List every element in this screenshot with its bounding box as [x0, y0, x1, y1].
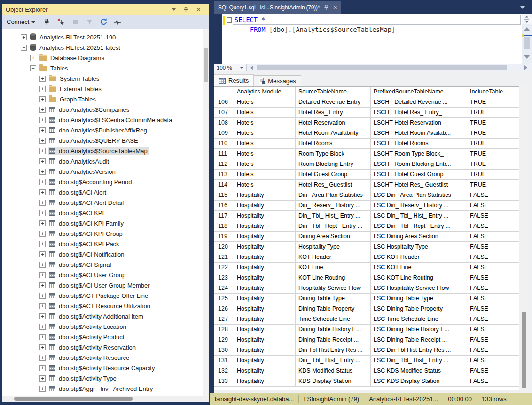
tree-item[interactable]: +dbo.stg$Activity Resource: [2, 352, 209, 363]
data-cell[interactable]: Hospitality: [234, 232, 296, 242]
tree-item[interactable]: +dbo.stg$Activity Location: [2, 321, 209, 332]
data-cell[interactable]: Hotels: [234, 128, 296, 139]
scroll-up-icon[interactable]: [524, 27, 530, 31]
row-number-cell[interactable]: 106: [214, 97, 234, 108]
data-cell[interactable]: KOT Line: [296, 263, 371, 273]
connect-button[interactable]: Connect: [5, 17, 37, 26]
data-cell[interactable]: LSC Din Tbl Hist Entry Res ...: [371, 345, 467, 356]
tree-item[interactable]: +External Tables: [2, 84, 209, 94]
data-cell[interactable]: Hospitality: [234, 252, 296, 263]
expand-icon[interactable]: +: [39, 272, 46, 278]
data-cell[interactable]: FALSE: [467, 263, 519, 273]
code-line-1[interactable]: SELECT *: [235, 15, 265, 25]
data-cell[interactable]: Hospitality Service Flow: [296, 283, 371, 294]
data-cell[interactable]: Hospitality: [234, 345, 296, 356]
document-tab[interactable]: SQLQuery1.sql - lsi...SInsightAdmin (79)…: [214, 1, 341, 14]
tree-item[interactable]: +dbo.stg$ACI KPI Family: [2, 218, 209, 228]
expand-icon[interactable]: +: [39, 169, 46, 175]
data-cell[interactable]: LSC Hospitality Service Flow: [371, 283, 467, 294]
expand-icon[interactable]: +: [39, 293, 46, 299]
data-cell[interactable]: TRUE: [467, 159, 519, 170]
data-cell[interactable]: Din_ Reserv_ History ...: [296, 201, 371, 211]
data-cell[interactable]: Din_ Tbl_ Rcpt_ Entry ...: [296, 221, 371, 232]
data-cell[interactable]: Hotel Guest Group: [296, 170, 371, 180]
editor-zoom-select[interactable]: 100 %: [214, 64, 247, 71]
tree-item[interactable]: +Analytics-RLTest-20251-190: [2, 32, 209, 42]
data-cell[interactable]: LSCHT Hotel Guest Group: [371, 170, 467, 180]
data-cell[interactable]: Dining Table Type: [296, 294, 371, 304]
expand-icon[interactable]: +: [39, 334, 46, 340]
data-cell[interactable]: FALSE: [467, 356, 519, 366]
data-cell[interactable]: KDS Modified Status: [296, 366, 371, 376]
row-number-cell[interactable]: 129: [214, 335, 234, 345]
data-cell[interactable]: Hospitality: [234, 294, 296, 304]
tree-item[interactable]: +Graph Tables: [2, 94, 209, 104]
data-cell[interactable]: LSC Din_ Tbl_ Rcpt_ Entry ...: [371, 221, 467, 232]
row-number-cell[interactable]: 132: [214, 366, 234, 376]
data-cell[interactable]: FALSE: [467, 201, 519, 211]
data-cell[interactable]: Hospitality: [234, 376, 296, 387]
scroll-down-icon[interactable]: [524, 55, 530, 59]
data-cell[interactable]: LSCHT Hotel Room Availab...: [371, 128, 467, 139]
tree-item[interactable]: −Tables: [2, 63, 209, 73]
splitter-grip-icon[interactable]: [522, 14, 532, 24]
pin-icon[interactable]: [183, 7, 188, 13]
data-cell[interactable]: FALSE: [467, 221, 519, 232]
tree-item[interactable]: +dbo.AnalyticsAudit: [2, 156, 209, 166]
connect-object-icon[interactable]: [43, 18, 51, 26]
tab-results[interactable]: Results: [214, 74, 254, 86]
data-cell[interactable]: Hospitality: [234, 283, 296, 294]
expand-icon[interactable]: +: [39, 324, 46, 330]
tree-item[interactable]: +dbo.stg$ACI Notification: [2, 249, 209, 259]
data-cell[interactable]: Hospitality: [234, 201, 296, 211]
scroll-left-icon[interactable]: [250, 65, 253, 70]
row-number-cell[interactable]: 112: [214, 159, 234, 170]
code-line-2[interactable]: FROM [dbo].[Analytics$SourceTablesMap]: [250, 25, 395, 35]
object-explorer-titlebar[interactable]: Object Explorer ✕: [2, 4, 209, 15]
tree-item[interactable]: −Analytics-RLTest-20251-latest: [2, 42, 209, 53]
data-cell[interactable]: LSC KOT Header: [371, 252, 467, 263]
data-cell[interactable]: FALSE: [467, 366, 519, 376]
data-cell[interactable]: LSC Dining Table Type: [371, 294, 467, 304]
data-cell[interactable]: FALSE: [467, 294, 519, 304]
row-number-cell[interactable]: 119: [214, 232, 234, 242]
tree-item[interactable]: +dbo.Analytics$Companies: [2, 104, 209, 115]
row-number-cell[interactable]: 128: [214, 325, 234, 335]
data-cell[interactable]: KDS Display Station: [296, 376, 371, 387]
data-cell[interactable]: Hotels: [234, 108, 296, 118]
expand-icon[interactable]: +: [39, 117, 46, 123]
data-cell[interactable]: LSC Hospitality Type: [371, 242, 467, 252]
data-cell[interactable]: LSCHT Detailed Revenue ...: [371, 97, 467, 108]
data-cell[interactable]: FALSE: [467, 325, 519, 335]
tree-item[interactable]: +dbo.stg$Accounting Period: [2, 177, 209, 187]
data-cell[interactable]: Din_ Tbl_ Hist_ Entry ...: [296, 356, 371, 366]
data-cell[interactable]: LSCHT Hotel Rooms: [371, 139, 467, 149]
data-cell[interactable]: LSCHT Hotel Reservation: [371, 118, 467, 128]
data-cell[interactable]: LSC Time Schedule Line: [371, 314, 467, 325]
tree-horizontal-scrollbar[interactable]: [2, 396, 209, 402]
row-number-cell[interactable]: 114: [214, 180, 234, 190]
data-cell[interactable]: TRUE: [467, 139, 519, 149]
expand-icon[interactable]: +: [39, 210, 46, 216]
data-cell[interactable]: LSC KDS Display Station: [371, 376, 467, 387]
close-icon[interactable]: ✕: [196, 7, 201, 13]
expand-icon[interactable]: +: [30, 55, 36, 61]
data-cell[interactable]: Hotel Res_ Entry: [296, 108, 371, 118]
data-cell[interactable]: Hospitality: [234, 366, 296, 376]
data-cell[interactable]: Hospitality: [234, 335, 296, 345]
data-cell[interactable]: Dining Table Property: [296, 304, 371, 314]
expand-icon[interactable]: +: [39, 386, 46, 392]
row-number-cell[interactable]: 120: [214, 242, 234, 252]
tree-item[interactable]: +dbo.stg$ACT Resource Utilization: [2, 301, 209, 311]
data-cell[interactable]: FALSE: [467, 232, 519, 242]
data-cell[interactable]: Room Type Block: [296, 149, 371, 159]
data-cell[interactable]: Hotels: [234, 139, 296, 149]
data-cell[interactable]: FALSE: [467, 273, 519, 283]
tree-item[interactable]: +dbo.AnalyticsVersion: [2, 166, 209, 177]
data-cell[interactable]: Hospitality: [234, 263, 296, 273]
data-cell[interactable]: LSC Din_ Tbl_ Hist_ Entry ...: [371, 211, 467, 221]
tree-item[interactable]: +dbo.stg$ACI Alert Detail: [2, 197, 209, 208]
data-cell[interactable]: Hotel Res_ Guestlist: [296, 180, 371, 190]
collapse-icon[interactable]: −: [21, 45, 27, 51]
row-number-header[interactable]: [214, 87, 234, 97]
